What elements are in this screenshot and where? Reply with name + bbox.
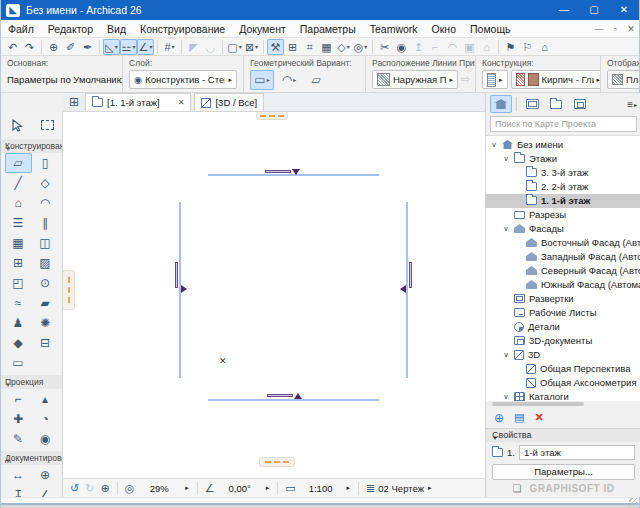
worksheet-tool[interactable]: ✎	[5, 429, 32, 449]
tree-item[interactable]: Восточный Фасад (Автоматич	[486, 236, 640, 250]
door-tool[interactable]: ◫	[32, 233, 59, 253]
set-square-button[interactable]: ◺▾	[103, 39, 120, 55]
shell-tool[interactable]: ◠	[32, 193, 59, 213]
flip-reference-button[interactable]: ⇨	[461, 70, 470, 90]
fit-in-frame-button[interactable]: ⌂	[478, 39, 495, 55]
elevation-marker-bar-east[interactable]	[409, 262, 412, 288]
elevation-marker-triangle-north[interactable]	[292, 169, 300, 175]
scrollbar-thumb[interactable]	[492, 402, 584, 406]
tab-3d-all[interactable]: [3D / Все]	[194, 93, 264, 111]
building-material-button[interactable]: Кирпич - Гли... ▸	[511, 70, 601, 89]
lock-button[interactable]: ⊠▾	[243, 39, 260, 55]
slab-tool[interactable]: ◇	[32, 173, 59, 193]
renovation-filter-button[interactable]: ⚒	[267, 39, 284, 55]
zoom-increase-button[interactable]: ⊕	[100, 482, 109, 495]
maximize-button[interactable]: ▢	[579, 0, 609, 20]
undo-button[interactable]: ↶	[4, 39, 21, 55]
tree-item[interactable]: Развертки	[486, 292, 640, 306]
resize-grip[interactable]	[629, 498, 637, 506]
adjust-button[interactable]: ◉	[393, 39, 410, 55]
scale-value[interactable]: 1:100	[299, 483, 343, 494]
tab-close-icon[interactable]: ✕	[178, 98, 185, 107]
tree-item[interactable]: 2. 2-й этаж	[486, 180, 640, 194]
roof-tool[interactable]: ⌂	[5, 193, 32, 213]
elevation-line-south[interactable]	[208, 399, 379, 401]
palette-handle-top[interactable]	[256, 112, 288, 120]
guide-lines-button[interactable]: ⚍▾	[120, 39, 137, 55]
tree-item[interactable]: Западный Фасад (Автоматиче	[486, 250, 640, 264]
flag-styles-button[interactable]: ⚐	[519, 39, 536, 55]
find-select-button[interactable]: ⊕	[45, 39, 62, 55]
tree-item[interactable]: Детали	[486, 320, 640, 334]
zone-tool[interactable]: ▰	[32, 293, 59, 313]
tree-item[interactable]: Общая Перспектива	[486, 362, 640, 376]
opening-tool[interactable]: ⊙	[32, 273, 59, 293]
mdi-close-button[interactable]: ✕	[623, 24, 639, 34]
geometry-poly-button[interactable]: ▱	[304, 70, 328, 90]
window-tool[interactable]: ⊞	[5, 253, 32, 273]
menu-помощь[interactable]: Помощь	[463, 20, 518, 38]
camera-tool[interactable]: ◉	[32, 429, 59, 449]
title-bar[interactable]: ◣ Без имени - Archicad 26 — ▢ ✕	[1, 0, 639, 20]
chevron-right-icon[interactable]: ▸	[266, 484, 270, 492]
menu-окно[interactable]: Окно	[425, 20, 463, 38]
chevron-expanded-icon[interactable]: ∨	[502, 225, 510, 233]
project-map-tab[interactable]	[490, 95, 512, 113]
toolbox-section-документирование[interactable]: ▼Документирование	[1, 451, 62, 465]
curtain-wall-tool[interactable]: ▦	[5, 233, 32, 253]
geometry-curved-button[interactable]: ◠▸	[277, 70, 301, 90]
multiply-button[interactable]: ▦	[318, 39, 335, 55]
menu-вид[interactable]: Вид	[100, 20, 133, 38]
elevation-line-east[interactable]	[406, 202, 408, 378]
zoom-previous-button[interactable]: ↺	[70, 482, 79, 495]
elevation-tool[interactable]: ▴	[32, 389, 59, 409]
tree-item[interactable]: ∨Каталоги	[486, 390, 640, 401]
menu-редактор[interactable]: Редактор	[41, 20, 100, 38]
zoom-next-button[interactable]: ↻	[85, 482, 94, 495]
column-tool[interactable]: ▯	[32, 153, 59, 173]
view-map-tab[interactable]	[521, 95, 543, 113]
new-viewpoint-button[interactable]: ⊕	[494, 411, 504, 425]
section-tool[interactable]: ⌐	[5, 389, 32, 409]
tree-item[interactable]: Рабочие Листы	[486, 306, 640, 320]
layout-book-tab[interactable]	[545, 95, 567, 113]
elevation-marker-bar-west[interactable]	[175, 262, 178, 288]
palette-handle-left[interactable]	[63, 270, 75, 310]
tree-item[interactable]: ∨Без имени	[486, 138, 640, 152]
orientation-value[interactable]: 0,00°	[218, 483, 262, 494]
chevron-right-icon[interactable]: ▸	[185, 484, 189, 492]
chevron-expanded-icon[interactable]: ∨	[502, 393, 510, 401]
layer-selector-button[interactable]: ◉ Конструктив - Стены Не... ▸	[129, 70, 237, 89]
menu-параметры[interactable]: Параметры	[293, 20, 363, 38]
tree-item[interactable]: Северный Фасад (Автоматиче	[486, 264, 640, 278]
lamp-tool[interactable]: ✺	[32, 313, 59, 333]
drag-rotate-button[interactable]: ◇▾	[335, 39, 352, 55]
elevation-marker-triangle-south[interactable]	[294, 393, 302, 399]
close-button[interactable]: ✕	[609, 0, 639, 20]
elevation-marker-triangle-west[interactable]	[181, 285, 187, 293]
wall-end-tool[interactable]: ▭	[5, 353, 32, 373]
corner-window-tool[interactable]: ◰	[5, 273, 32, 293]
detail-tool[interactable]: ◔	[32, 409, 59, 429]
mdi-minimize-button[interactable]: —	[591, 24, 607, 34]
dimension-tool[interactable]: ↔	[5, 465, 32, 485]
wall-tool[interactable]: ▱	[5, 153, 32, 173]
redo-button[interactable]: ↷	[21, 39, 38, 55]
floor-display-button[interactable]: Пла	[607, 70, 639, 89]
mesh-tool[interactable]: ≈	[5, 293, 32, 313]
pen-set-value[interactable]: 02 Чертеж	[378, 483, 424, 494]
properties-section-header[interactable]: ▼ Свойства	[486, 428, 640, 443]
menu-документ[interactable]: Документ	[232, 20, 293, 38]
zoom-level-value[interactable]: 29%	[137, 483, 181, 494]
delete-viewpoint-button[interactable]: ✕	[534, 411, 543, 424]
element-info-button[interactable]: ⊞	[284, 39, 301, 55]
elevation-marker-bar-north[interactable]	[265, 170, 291, 173]
project-map-search-input[interactable]: Поиск по Карте Проекта	[490, 116, 637, 132]
viewpoint-settings-button[interactable]: ▤	[514, 411, 524, 424]
structure-type-button[interactable]: ▸	[482, 70, 508, 89]
interior-elevation-tool[interactable]: ✚	[5, 409, 32, 429]
tree-item[interactable]: 3D-документы	[486, 334, 640, 348]
palette-handle-bottom[interactable]	[259, 457, 295, 467]
properties-settings-button[interactable]: Параметры...	[492, 464, 635, 480]
elevation-marker-bar-south[interactable]	[267, 394, 293, 397]
